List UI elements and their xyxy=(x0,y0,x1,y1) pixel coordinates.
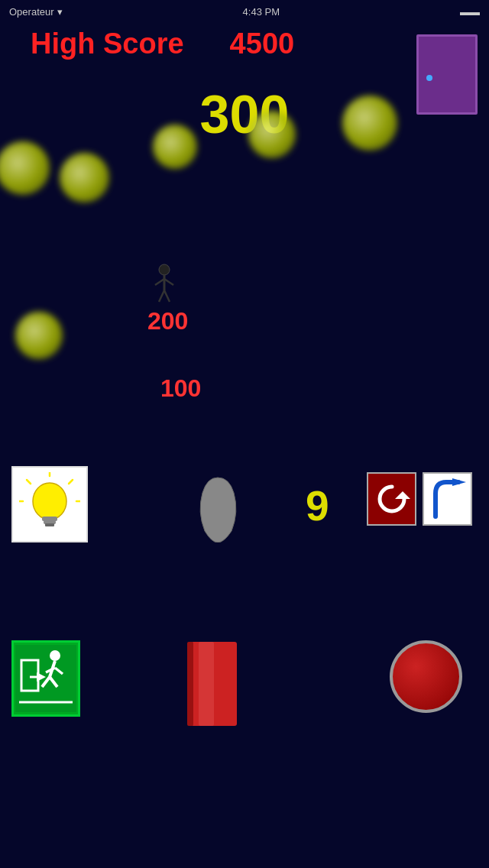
battery-icon: ▬▬ xyxy=(460,6,480,18)
high-score-area: High Score 4500 xyxy=(0,28,489,60)
status-bar: Operateur ▾ 4:43 PM ▬▬ xyxy=(0,0,489,23)
restart-button[interactable] xyxy=(367,472,416,526)
svg-rect-30 xyxy=(187,642,193,726)
high-score-value: 4500 xyxy=(230,28,295,60)
player-character xyxy=(149,264,180,302)
exit-button[interactable] xyxy=(11,640,80,717)
svg-line-3 xyxy=(164,279,173,285)
lightbulb-button[interactable] xyxy=(11,466,88,542)
svg-point-11 xyxy=(33,483,66,520)
score-200: 200 xyxy=(147,307,188,335)
orb-1 xyxy=(0,141,50,195)
current-score: 300 xyxy=(0,84,489,145)
svg-point-0 xyxy=(159,264,170,275)
svg-marker-15 xyxy=(395,491,410,499)
stop-button[interactable] xyxy=(390,640,462,713)
svg-point-18 xyxy=(50,650,60,661)
door-knob xyxy=(426,75,432,81)
orb-3 xyxy=(153,125,197,169)
score-100: 100 xyxy=(160,374,201,403)
svg-line-4 xyxy=(159,290,164,302)
red-pillar xyxy=(187,642,241,726)
svg-line-7 xyxy=(27,480,31,484)
high-score-label: High Score xyxy=(31,28,184,60)
navigate-button[interactable] xyxy=(423,472,472,526)
wifi-icon: ▾ xyxy=(57,6,63,18)
orb-4 xyxy=(248,111,296,158)
orb-6 xyxy=(15,312,63,359)
svg-line-5 xyxy=(164,290,170,302)
orb-5 xyxy=(342,96,397,151)
svg-rect-14 xyxy=(45,523,54,526)
clock: 4:43 PM xyxy=(243,6,280,18)
carrier-label: Operateur ▾ xyxy=(9,6,63,18)
svg-line-8 xyxy=(69,480,73,484)
counter-display: 9 xyxy=(306,481,329,530)
svg-rect-29 xyxy=(199,642,214,726)
orb-2 xyxy=(60,153,109,202)
svg-line-2 xyxy=(155,279,164,285)
svg-marker-16 xyxy=(452,478,466,486)
gray-bag xyxy=(197,474,239,542)
door[interactable] xyxy=(416,34,478,115)
